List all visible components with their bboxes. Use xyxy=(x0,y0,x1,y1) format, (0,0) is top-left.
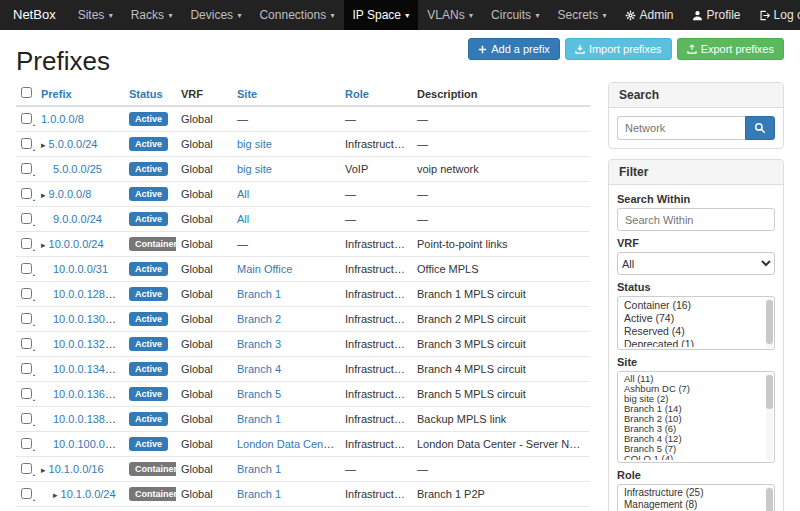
plus-icon xyxy=(478,45,487,54)
column-header-role[interactable]: Role xyxy=(345,88,369,100)
scrollbar-thumb[interactable] xyxy=(766,375,773,409)
expand-arrow-icon: ▸ xyxy=(53,490,58,500)
vrf-select[interactable]: All xyxy=(617,252,775,275)
prefix-link[interactable]: 10.0.100.0/24 xyxy=(53,438,120,450)
role-scrollbar[interactable] xyxy=(766,486,773,511)
table-header-row: Prefix Status VRF Site Role Description xyxy=(16,82,590,106)
prefix-link[interactable]: 9.0.0.0/24 xyxy=(53,213,102,225)
row-checkbox[interactable] xyxy=(21,188,32,199)
site-link[interactable]: All xyxy=(237,188,249,200)
nav-item-ip-space[interactable]: IP Space ▾ xyxy=(344,0,419,30)
status-badge: Active xyxy=(129,262,168,276)
search-input[interactable] xyxy=(617,116,745,140)
site-link[interactable]: big site xyxy=(237,163,272,175)
site-link[interactable]: Branch 1 xyxy=(237,463,281,475)
user-nav-log-out[interactable]: Log out xyxy=(750,0,800,30)
nav-item-secrets[interactable]: Secrets ▾ xyxy=(548,0,615,30)
prefix-link[interactable]: 10.0.0.134/31 xyxy=(53,363,120,375)
description-cell: Point-to-point links xyxy=(412,232,590,257)
listbox-option[interactable]: Deprecated (1) xyxy=(618,338,764,347)
row-checkbox[interactable] xyxy=(21,113,32,124)
nav-item-racks[interactable]: Racks ▾ xyxy=(122,0,182,30)
status-badge: Container xyxy=(129,237,176,251)
row-checkbox[interactable] xyxy=(21,438,32,449)
prefix-link[interactable]: 10.1.0.0/16 xyxy=(49,463,104,475)
site-link[interactable]: Branch 1 xyxy=(237,288,281,300)
import-prefixes-button[interactable]: Import prefixes xyxy=(565,38,672,60)
prefix-link[interactable]: 10.0.0.130/31 xyxy=(53,313,120,325)
site-scrollbar[interactable] xyxy=(766,373,773,461)
site-link[interactable]: Branch 5 xyxy=(237,388,281,400)
site-link[interactable]: Branch 3 xyxy=(237,338,281,350)
row-checkbox[interactable] xyxy=(21,313,32,324)
search-button[interactable] xyxy=(745,116,775,140)
vrf-cell: Global xyxy=(176,257,232,282)
table-row: ▸10.0.0.0/24ContainerGlobal—Infrastructu… xyxy=(16,232,590,257)
role-listbox[interactable]: Infrastructure (25)Management (8)Private… xyxy=(617,484,775,511)
row-checkbox[interactable] xyxy=(21,138,32,149)
site-cell: — xyxy=(232,232,340,257)
prefix-link[interactable]: 10.0.0.132/31 xyxy=(53,338,120,350)
table-row: 10.0.0.136/31ActiveGlobalBranch 5Infrast… xyxy=(16,382,590,407)
nav-item-devices[interactable]: Devices ▾ xyxy=(181,0,250,30)
column-header-prefix[interactable]: Prefix xyxy=(41,88,72,100)
listbox-option[interactable]: Reserved (4) xyxy=(618,325,764,338)
table-row: 10.0.0.134/31ActiveGlobalBranch 4Infrast… xyxy=(16,357,590,382)
prefix-link[interactable]: 10.0.0.0/31 xyxy=(53,263,108,275)
site-listbox[interactable]: All (11)Ashburn DC (7)big site (2)Branch… xyxy=(617,371,775,463)
row-checkbox[interactable] xyxy=(21,338,32,349)
row-checkbox[interactable] xyxy=(21,213,32,224)
row-checkbox[interactable] xyxy=(21,363,32,374)
user-nav-profile[interactable]: Profile xyxy=(683,0,750,30)
add-a-prefix-button[interactable]: Add a prefix xyxy=(468,38,560,60)
status-scrollbar[interactable] xyxy=(766,298,773,348)
row-checkbox[interactable] xyxy=(21,488,32,499)
row-checkbox[interactable] xyxy=(21,263,32,274)
site-cell: Branch 1 xyxy=(232,457,340,482)
listbox-option[interactable]: Management (8) xyxy=(618,499,764,511)
prefix-link[interactable]: 10.1.0.0/24 xyxy=(61,488,116,500)
site-link[interactable]: Branch 4 xyxy=(237,363,281,375)
site-link[interactable]: Branch 1 xyxy=(237,413,281,425)
prefix-link[interactable]: 5.0.0.0/24 xyxy=(49,138,98,150)
nav-item-connections[interactable]: Connections ▾ xyxy=(250,0,343,30)
prefix-link[interactable]: 9.0.0.0/8 xyxy=(49,188,92,200)
select-all-checkbox[interactable] xyxy=(21,87,32,98)
listbox-option[interactable]: COLO 1 (4) xyxy=(618,454,764,460)
row-checkbox[interactable] xyxy=(21,463,32,474)
export-prefixes-button[interactable]: Export prefixes xyxy=(677,38,784,60)
listbox-option[interactable]: Infrastructure (25) xyxy=(618,487,764,499)
role-cell: Infrastructure xyxy=(340,357,412,382)
gear-icon xyxy=(625,10,636,21)
row-checkbox[interactable] xyxy=(21,388,32,399)
brand-logo[interactable]: NetBox xyxy=(0,0,69,30)
search-within-input[interactable] xyxy=(617,208,775,231)
row-checkbox[interactable] xyxy=(21,288,32,299)
prefix-link[interactable]: 10.0.0.136/31 xyxy=(53,388,120,400)
listbox-option[interactable]: Active (74) xyxy=(618,312,764,325)
user-nav-admin[interactable]: Admin xyxy=(616,0,683,30)
nav-item-sites[interactable]: Sites ▾ xyxy=(69,0,122,30)
nav-item-vlans[interactable]: VLANs ▾ xyxy=(418,0,482,30)
site-link[interactable]: London Data Center xyxy=(237,438,336,450)
site-link[interactable]: Branch 2 xyxy=(237,313,281,325)
listbox-option[interactable]: Container (16) xyxy=(618,299,764,312)
row-checkbox[interactable] xyxy=(21,413,32,424)
scrollbar-thumb[interactable] xyxy=(766,488,773,511)
site-link[interactable]: Main Office xyxy=(237,263,292,275)
status-listbox[interactable]: Container (16)Active (74)Reserved (4)Dep… xyxy=(617,296,775,350)
prefix-link[interactable]: 10.0.0.138/31 xyxy=(53,413,120,425)
prefix-link[interactable]: 1.0.0.0/8 xyxy=(41,113,84,125)
column-header-status[interactable]: Status xyxy=(129,88,163,100)
site-link[interactable]: Branch 1 xyxy=(237,488,281,500)
site-link[interactable]: big site xyxy=(237,138,272,150)
scrollbar-thumb[interactable] xyxy=(766,300,773,344)
prefix-link[interactable]: 5.0.0.0/25 xyxy=(53,163,102,175)
row-checkbox[interactable] xyxy=(21,238,32,249)
row-checkbox[interactable] xyxy=(21,163,32,174)
prefix-link[interactable]: 10.0.0.128/31 xyxy=(53,288,120,300)
column-header-site[interactable]: Site xyxy=(237,88,257,100)
prefix-link[interactable]: 10.0.0.0/24 xyxy=(49,238,104,250)
site-link[interactable]: All xyxy=(237,213,249,225)
nav-item-circuits[interactable]: Circuits ▾ xyxy=(482,0,548,30)
